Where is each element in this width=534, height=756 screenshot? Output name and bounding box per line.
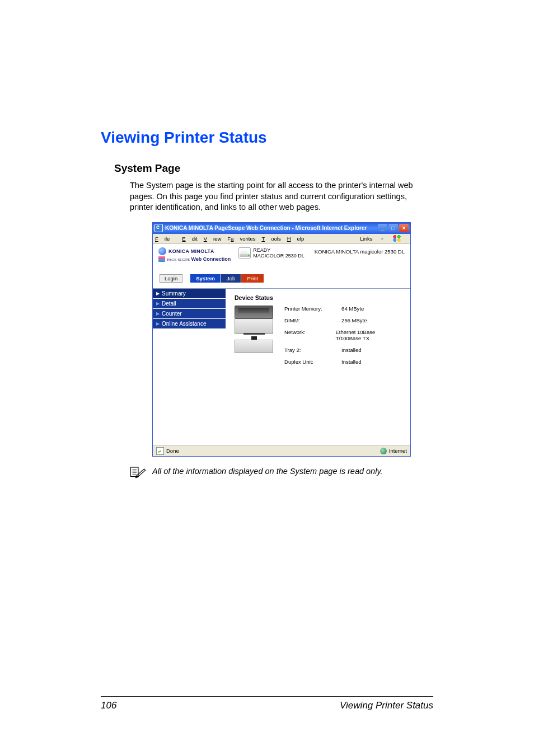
note-text: All of the information displayed on the … <box>152 467 383 476</box>
sidebar-item-label: Online Assistance <box>162 321 207 327</box>
table-row: DIMM: 256 MByte <box>284 317 401 323</box>
menu-view[interactable]: View <box>204 236 222 242</box>
kv-key: Network: <box>284 329 327 341</box>
page-footer: 106 Viewing Printer Status <box>0 696 534 745</box>
window-titlebar: KONICA MINOLTA PageScope Web Connection … <box>153 223 410 234</box>
kv-key: Tray 2: <box>284 347 334 353</box>
kv-value: Installed <box>341 347 361 353</box>
internet-icon <box>380 448 387 454</box>
menu-file[interactable]: File <box>155 236 176 242</box>
status-zone-label: Internet <box>389 448 407 454</box>
printer-illustration <box>235 306 273 353</box>
status-done-label: Done <box>166 448 179 454</box>
kv-key: Printer Memory: <box>284 306 334 312</box>
pagescope-icon <box>158 256 165 262</box>
menu-edit[interactable]: Edit <box>182 236 197 242</box>
tab-system[interactable]: System <box>190 274 221 283</box>
links-label[interactable]: Links <box>360 236 372 242</box>
table-row: Duplex Unit: Installed <box>284 359 401 365</box>
footer-title: Viewing Printer Status <box>340 700 433 711</box>
chevron-right-icon[interactable]: » <box>381 236 383 241</box>
triangle-icon: ▶ <box>156 291 160 296</box>
kv-value: Ethernet 10Base T/100Base TX <box>335 329 401 341</box>
status-bar: Done Internet <box>153 445 410 456</box>
kv-value: 64 MByte <box>341 306 364 312</box>
table-row: Tray 2: Installed <box>284 347 401 353</box>
table-row: Network: Ethernet 10Base T/100Base TX <box>284 329 401 341</box>
brand-logo: KONICA MINOLTA PAGE SCOPE Web Connection <box>158 247 231 262</box>
heading-2: System Page <box>114 162 433 175</box>
kv-key: DIMM: <box>284 317 334 323</box>
note-icon <box>130 465 147 482</box>
main-area: ▶ Summary ▶ Detail ▶ Counter ▶ Online As… <box>153 289 410 445</box>
section-title: Device Status <box>235 294 401 301</box>
heading-1: Viewing Printer Status <box>101 129 433 147</box>
ie-icon <box>154 224 163 232</box>
sidebar-item-label: Counter <box>162 311 182 317</box>
menu-help[interactable]: Help <box>287 236 305 242</box>
windows-flag-icon[interactable] <box>392 234 402 242</box>
page-number: 106 <box>101 700 116 711</box>
menu-favorites[interactable]: Favorites <box>227 236 255 242</box>
brand-name: KONICA MINOLTA <box>168 248 214 254</box>
printer-status: READY MAGICOLOR 2530 DL <box>253 247 305 260</box>
kv-value: 256 MByte <box>341 317 367 323</box>
sidebar-item-label: Detail <box>162 300 176 307</box>
table-row: Printer Memory: 64 MByte <box>284 306 401 312</box>
header-device-name: KONICA MINOLTA magicolor 2530 DL <box>315 247 405 255</box>
sidebar-item-counter[interactable]: ▶ Counter <box>153 309 226 319</box>
triangle-icon: ▶ <box>156 301 160 306</box>
content-pane: Device Status Printer Memory: 64 MByte <box>226 289 410 445</box>
screenshot-frame: KONICA MINOLTA PageScope Web Connection … <box>152 222 411 457</box>
sidebar-item-assistance[interactable]: ▶ Online Assistance <box>153 319 226 329</box>
tab-print[interactable]: Print <box>241 274 264 283</box>
device-status-table: Printer Memory: 64 MByte DIMM: 256 MByte… <box>284 306 401 370</box>
body-paragraph: The System page is the starting point fo… <box>130 180 428 213</box>
status-model: MAGICOLOR 2530 DL <box>253 253 305 259</box>
kv-value: Installed <box>341 359 361 365</box>
sidebar-item-summary[interactable]: ▶ Summary <box>153 289 226 299</box>
globe-icon <box>158 247 166 255</box>
printer-icon <box>238 247 251 259</box>
tab-job[interactable]: Job <box>221 274 241 283</box>
menu-tools[interactable]: Tools <box>261 236 280 242</box>
triangle-icon: ▶ <box>156 321 160 326</box>
triangle-icon: ▶ <box>156 311 160 316</box>
note: All of the information displayed on the … <box>130 467 433 483</box>
status-ready: READY <box>253 247 305 253</box>
sidebar: ▶ Summary ▶ Detail ▶ Counter ▶ Online As… <box>153 289 226 445</box>
minimize-button[interactable]: _ <box>378 224 387 232</box>
brand-sub: PAGE SCOPE Web Connection <box>167 256 231 262</box>
pagescope-header: KONICA MINOLTA PAGE SCOPE Web Connection… <box>153 244 410 264</box>
window-title: KONICA MINOLTA PageScope Web Connection … <box>165 225 378 231</box>
done-icon <box>156 447 164 455</box>
sidebar-item-detail[interactable]: ▶ Detail <box>153 299 226 309</box>
login-button[interactable]: Login <box>160 274 182 283</box>
sidebar-item-label: Summary <box>162 290 186 297</box>
menu-bar: File Edit View Favorites Tools Help Link… <box>153 234 410 244</box>
maximize-button[interactable]: □ <box>388 224 398 232</box>
kv-key: Duplex Unit: <box>284 359 334 365</box>
login-tabs-row: Login System Job Print <box>153 264 410 286</box>
close-button[interactable]: × <box>399 224 409 232</box>
